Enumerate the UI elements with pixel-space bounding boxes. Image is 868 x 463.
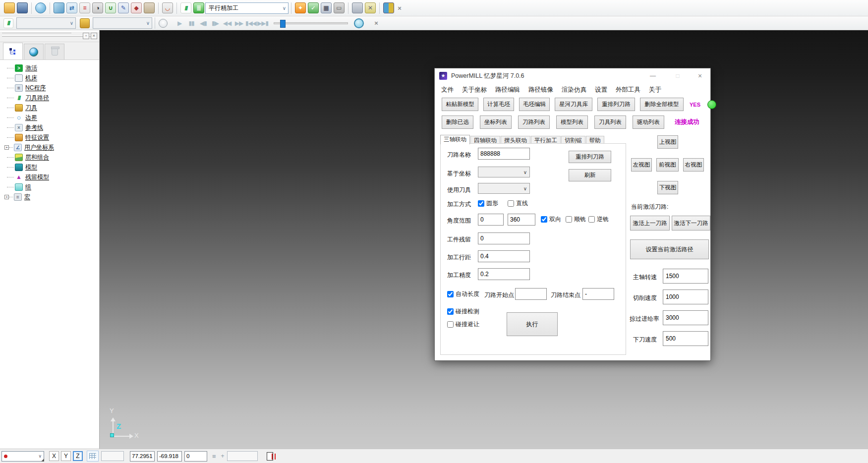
- path-start-input[interactable]: [515, 288, 547, 300]
- save-icon[interactable]: [17, 2, 28, 13]
- view-front-button[interactable]: 前视图: [656, 158, 679, 172]
- tool-holder-icon[interactable]: [144, 2, 155, 13]
- menu-file[interactable]: 文件: [441, 86, 454, 94]
- sim-toolbar-close-icon[interactable]: ×: [372, 19, 381, 27]
- toolbar-close-icon[interactable]: ×: [395, 4, 404, 12]
- tree-item-boundaries[interactable]: ○ 边界: [3, 113, 99, 122]
- axis-y-button[interactable]: Y: [61, 451, 71, 461]
- angle-to-input[interactable]: [508, 214, 535, 226]
- tree-item-nc-program[interactable]: ≡ NC程序: [3, 83, 99, 93]
- fast-forward-icon[interactable]: ▶▶: [233, 20, 245, 27]
- tree-item-machine[interactable]: 机床: [3, 73, 99, 83]
- climb-mill-input[interactable]: [566, 216, 572, 223]
- model-list-button[interactable]: 模型列表: [556, 116, 588, 129]
- tree-item-levels-sets[interactable]: 层和组合: [3, 152, 99, 162]
- tab-3axis[interactable]: 三轴联动: [440, 135, 470, 144]
- use-tool-combobox[interactable]: ∨: [478, 183, 530, 194]
- circle-mode-input[interactable]: [478, 200, 484, 207]
- clipboard-doc-icon[interactable]: [267, 452, 273, 461]
- drag-grip[interactable]: [2, 32, 71, 33]
- conventional-mill-checkbox[interactable]: 逆铣: [588, 215, 609, 224]
- tree-item-models[interactable]: 模型: [3, 162, 99, 172]
- sim-tool-icon[interactable]: [80, 18, 90, 28]
- powermill-toolpath-icon[interactable]: ///: [180, 2, 191, 13]
- flash-calc-icon[interactable]: ✦: [295, 2, 306, 13]
- plunge-feed-input[interactable]: [663, 331, 708, 346]
- rearrange-toolpaths-button[interactable]: 重排列刀路: [597, 98, 635, 111]
- z-levels-icon[interactable]: ≡: [79, 2, 90, 13]
- skip-start-icon[interactable]: ▮◀◀: [245, 20, 257, 27]
- path-end-input[interactable]: [582, 288, 614, 300]
- skim-feed-input[interactable]: [663, 310, 708, 325]
- set-active-path-button[interactable]: 设置当前激活路径: [630, 239, 709, 259]
- angle-from-input[interactable]: [478, 214, 504, 226]
- grid-toggle-button[interactable]: [87, 451, 99, 462]
- coordinate-y-field[interactable]: [157, 451, 182, 462]
- step-back-icon[interactable]: ◀▮: [197, 20, 209, 27]
- render-shaded-icon[interactable]: [35, 2, 46, 13]
- view-top-button[interactable]: 上视图: [657, 135, 678, 149]
- tree-item-stock-models[interactable]: ▲ 残留模型: [3, 172, 99, 182]
- tree-item-macros[interactable]: + ≡ 宏: [3, 192, 99, 202]
- view-bottom-button[interactable]: 下视图: [657, 181, 678, 194]
- status-combobox[interactable]: ∨: [1, 451, 44, 462]
- spindle-speed-input[interactable]: [663, 269, 708, 284]
- xyz-list-icon[interactable]: ≡: [212, 453, 216, 460]
- line-mode-input[interactable]: [508, 200, 514, 207]
- tolerance-input[interactable]: [478, 268, 530, 280]
- collision-avoid-input[interactable]: [447, 321, 454, 328]
- tree-item-workplanes[interactable]: + ∠ 用户坐标系: [3, 142, 99, 152]
- sim-tool-combobox[interactable]: ∨: [93, 17, 152, 29]
- grid-size-field[interactable]: [101, 451, 124, 461]
- sim-speed-slider[interactable]: [274, 22, 348, 24]
- based-coord-combobox[interactable]: ∨: [478, 167, 530, 177]
- bidirectional-input[interactable]: [541, 216, 547, 223]
- minimize-button[interactable]: —: [643, 68, 663, 83]
- menu-render-sim[interactable]: 渲染仿真: [562, 86, 586, 94]
- float-panel-icon[interactable]: ▫: [83, 33, 89, 39]
- conventional-mill-input[interactable]: [588, 216, 595, 223]
- boundary-curve-icon[interactable]: ∪: [105, 2, 116, 13]
- collision-avoid-checkbox[interactable]: 碰撞避让: [447, 320, 479, 329]
- coord-list-button[interactable]: 坐标列表: [480, 116, 512, 129]
- clock-icon[interactable]: [354, 18, 364, 28]
- tool-library-button[interactable]: 星河刀具库: [555, 98, 592, 111]
- lightbulb-icon[interactable]: [159, 19, 168, 28]
- delete-all-models-button[interactable]: 删除全部模型: [640, 98, 684, 111]
- search-models-icon[interactable]: [383, 2, 394, 13]
- tree-item-patterns[interactable]: × 参考线: [3, 122, 99, 132]
- view-right-button[interactable]: 右视图: [683, 158, 704, 172]
- axis-x-button[interactable]: X: [49, 451, 59, 461]
- step-forward-icon[interactable]: ▮▶: [209, 20, 221, 27]
- block-icon[interactable]: [54, 2, 64, 13]
- bidirectional-checkbox[interactable]: 双向: [541, 215, 561, 224]
- menu-about[interactable]: 关于: [649, 86, 661, 94]
- strategy-preset-combobox[interactable]: 平行精加工 ∨: [205, 2, 289, 14]
- skip-end-icon[interactable]: ▶▶▮: [257, 20, 269, 27]
- cutting-feed-input[interactable]: [663, 289, 708, 304]
- open-file-icon[interactable]: [4, 2, 15, 13]
- collision-check-input[interactable]: [447, 308, 454, 315]
- tree-item-toolpaths[interactable]: /// 刀具路径: [3, 93, 99, 103]
- tool-plunge-icon[interactable]: ◡: [162, 2, 173, 13]
- drag-grip[interactable]: [2, 35, 94, 37]
- circle-mode-checkbox[interactable]: 圆形: [478, 199, 498, 208]
- axis-z-button[interactable]: Z: [73, 451, 83, 461]
- auto-length-input[interactable]: [447, 291, 454, 297]
- tree-item-activate[interactable]: > 激活: [3, 63, 99, 73]
- tree-expander[interactable]: +: [4, 195, 9, 199]
- toolpath-name-input[interactable]: [478, 148, 530, 160]
- activate-next-toolpath-button[interactable]: 激活下一刀路: [672, 216, 710, 231]
- block-edit-button[interactable]: 毛坯编辑: [519, 98, 550, 111]
- collision-check-checkbox[interactable]: 碰撞检测: [447, 307, 479, 316]
- activate-prev-toolpath-button[interactable]: 激活上一刀路: [630, 216, 670, 231]
- rewind-icon[interactable]: ◀◀: [221, 20, 233, 27]
- pattern-points-icon[interactable]: ◆: [131, 2, 142, 13]
- coordinate-x-field[interactable]: [130, 451, 155, 462]
- menu-settings[interactable]: 设置: [595, 86, 607, 94]
- probe-point-icon[interactable]: +: [221, 453, 225, 460]
- tree-expander[interactable]: +: [4, 145, 9, 150]
- tree-item-groups[interactable]: 组: [3, 182, 99, 192]
- maximize-button[interactable]: □: [668, 68, 688, 83]
- tab-explorer-trash[interactable]: [45, 44, 64, 59]
